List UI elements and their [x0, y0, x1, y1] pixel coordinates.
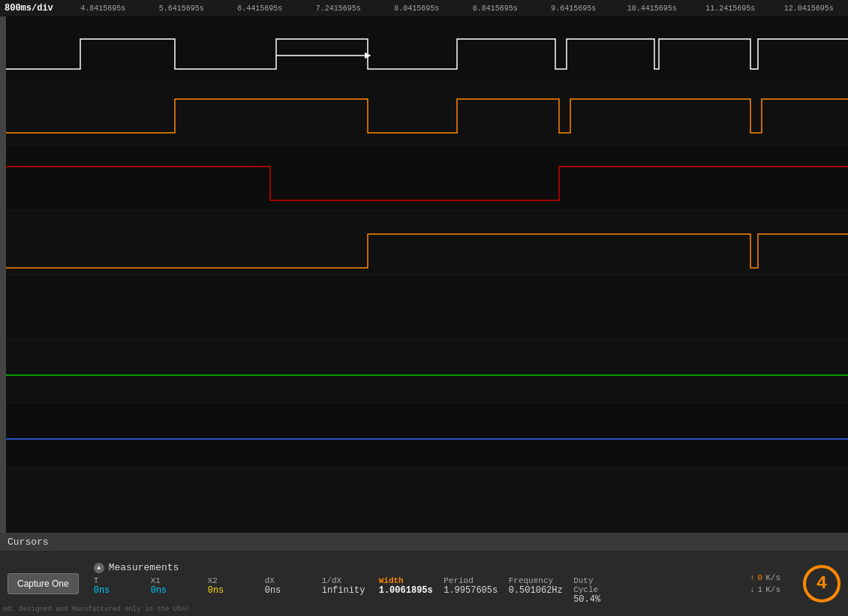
- kps-up-icon: ↑: [750, 573, 755, 582]
- meas-header-X1: X1: [151, 576, 196, 585]
- time-tick-5: 8.8415695s: [456, 5, 535, 13]
- cursors-bar: Cursors: [0, 533, 848, 551]
- meas-header-period: Period: [444, 576, 496, 585]
- kps-up-value: 0: [758, 573, 763, 582]
- svg-rect-16: [0, 17, 6, 81]
- waveform-canvas: [0, 17, 848, 533]
- meas-value-duty-cycle: 50.4%: [573, 594, 622, 605]
- cursors-label: Cursors: [8, 536, 49, 548]
- svg-rect-23: [0, 468, 6, 533]
- svg-rect-19: [0, 210, 6, 275]
- meas-col-period: Period 1.9957605s: [444, 576, 496, 605]
- svg-rect-12: [0, 339, 848, 404]
- kps-up: ↑ 0 K/s: [750, 573, 780, 582]
- scope-display: 800ms/div 4.8415695s 5.6415695s 6.441569…: [0, 0, 848, 533]
- meas-col-1dX: 1/dX infinity: [322, 576, 367, 605]
- meas-value-X2: 0ns: [208, 585, 253, 596]
- meas-col-X1: X1 0ns: [151, 576, 196, 605]
- meas-value-1dX: infinity: [322, 585, 367, 596]
- meas-col-X2: X2 0ns: [208, 576, 253, 605]
- meas-header-T: T: [94, 576, 139, 585]
- circle-value: 4: [816, 573, 827, 593]
- time-tick-2: 6.4415695s: [221, 5, 299, 13]
- meas-value-X1: 0ns: [151, 585, 196, 596]
- meas-value-frequency: 0.501062Hz: [509, 585, 561, 596]
- time-per-div: 800ms/div: [0, 3, 64, 14]
- kps-down-unit: K/s: [765, 585, 780, 594]
- svg-rect-11: [0, 275, 848, 339]
- svg-rect-20: [0, 275, 6, 339]
- meas-value-dX: 0ns: [265, 585, 310, 596]
- time-axis: 800ms/div 4.8415695s 5.6415695s 6.441569…: [0, 0, 848, 17]
- time-tick-3: 7.2415695s: [299, 5, 378, 13]
- footer-text: ed. Designed and Manufactured only in th…: [3, 605, 189, 613]
- kps-section: ↑ 0 K/s ↓ 1 K/s: [750, 573, 780, 594]
- svg-rect-17: [0, 81, 6, 146]
- measurements-title: ▲ Measurements: [94, 562, 634, 573]
- kps-up-unit: K/s: [765, 573, 780, 582]
- svg-rect-10: [0, 210, 848, 275]
- meas-value-T: 0ns: [94, 585, 139, 596]
- time-tick-1: 5.6415695s: [143, 5, 221, 13]
- svg-rect-13: [0, 404, 848, 468]
- meas-col-frequency: Frequency 0.501062Hz: [509, 576, 561, 605]
- time-tick-9: 12.0415695s: [770, 5, 849, 13]
- measurements-table: T 0ns X1 0ns X2 0ns dX 0ns: [94, 576, 634, 605]
- time-tick-8: 11.2415695s: [691, 5, 770, 13]
- measurements-chevron-icon[interactable]: ▲: [94, 563, 104, 573]
- kps-down: ↓ 1 K/s: [750, 585, 780, 594]
- svg-rect-8: [0, 81, 848, 146]
- svg-rect-21: [0, 339, 6, 404]
- svg-rect-7: [0, 17, 848, 81]
- time-tick-4: 8.0415695s: [377, 5, 456, 13]
- time-tick-7: 10.4415695s: [613, 5, 692, 13]
- svg-rect-14: [0, 468, 848, 533]
- meas-header-duty-cycle: Duty Cycle: [573, 576, 622, 594]
- capture-button[interactable]: Capture One: [8, 573, 79, 594]
- measurements-section: ▲ Measurements T 0ns X1 0ns X2 0ns: [94, 562, 634, 605]
- meas-col-T: T 0ns: [94, 576, 139, 605]
- channel-indicator-circle: 4: [803, 565, 840, 602]
- meas-header-dX: dX: [265, 576, 310, 585]
- kps-down-value: 1: [758, 585, 763, 594]
- meas-header-X2: X2: [208, 576, 253, 585]
- meas-header-width: Width: [379, 576, 432, 585]
- svg-rect-18: [0, 146, 6, 210]
- meas-col-width: Width 1.0061895s: [379, 576, 432, 605]
- kps-down-icon: ↓: [750, 585, 755, 594]
- meas-col-dX: dX 0ns: [265, 576, 310, 605]
- bottom-panel: Cursors Capture One ▲ Measurements T 0ns…: [0, 533, 848, 616]
- meas-header-frequency: Frequency: [509, 576, 561, 585]
- time-tick-0: 4.8415695s: [64, 5, 143, 13]
- time-tick-6: 9.6415695s: [534, 5, 613, 13]
- meas-value-period: 1.9957605s: [444, 585, 496, 596]
- meas-header-1dX: 1/dX: [322, 576, 367, 585]
- svg-rect-22: [0, 404, 6, 468]
- meas-col-duty-cycle: Duty Cycle 50.4%: [573, 576, 622, 605]
- meas-value-width: 1.0061895s: [379, 585, 432, 596]
